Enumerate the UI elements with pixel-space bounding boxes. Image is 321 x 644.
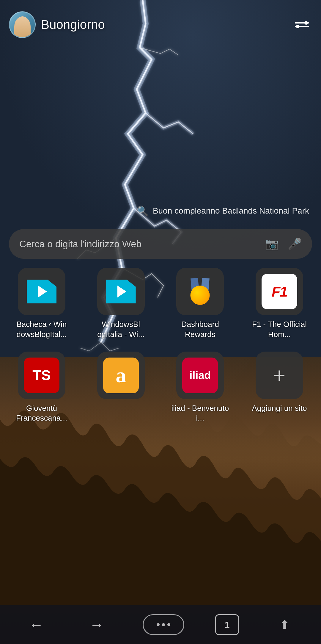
shortcut-icon-gioventu: TS xyxy=(18,352,65,399)
wb-play-1 xyxy=(38,286,47,297)
search-hint: 🔍 Buon compleanno Badlands National Park xyxy=(0,205,321,217)
tabs-count: 1 xyxy=(225,620,230,630)
forward-button[interactable]: → xyxy=(82,613,112,637)
greeting-text: Buongiorno xyxy=(41,18,105,32)
shortcuts-container: Bacheca ‹ Win dowsBlogItal... WindowsBl … xyxy=(9,268,312,435)
shortcut-label-bacheca: Bacheca ‹ Win dowsBlogItal... xyxy=(12,319,71,340)
shortcut-label-gioventu: Gioventù Francescana... xyxy=(12,403,71,424)
shortcut-iliad[interactable]: iliad iliad - Benvenuto i... xyxy=(167,352,233,424)
shortcut-icon-iliad: iliad xyxy=(176,352,224,399)
shortcut-add-site[interactable]: + Aggiungi un sito xyxy=(247,352,312,424)
back-icon: ← xyxy=(29,616,44,633)
iliad-text: iliad xyxy=(189,369,211,382)
menu-dot-1 xyxy=(157,623,160,626)
shortcut-f1-official[interactable]: F1 F1 - The Official Hom... xyxy=(247,268,312,340)
shortcut-icon-f1: F1 xyxy=(256,268,303,315)
settings-icon[interactable] xyxy=(295,22,309,27)
shortcut-windowsblogitalia[interactable]: WindowsBl ogItalia - Wi... xyxy=(88,268,154,340)
shortcut-label-iliad: iliad - Benvenuto i... xyxy=(170,403,230,424)
back-button[interactable]: ← xyxy=(21,613,51,637)
search-icons: 📷 🎤 xyxy=(265,237,302,250)
shortcuts-row-1: Bacheca ‹ Win dowsBlogItal... WindowsBl … xyxy=(9,268,312,340)
abby-a-text: a xyxy=(116,363,126,387)
shortcut-dashboard-rewards[interactable]: Dashboard Rewards xyxy=(167,268,233,340)
settings-line-2 xyxy=(295,26,309,27)
camera-icon[interactable]: 📷 xyxy=(265,237,279,250)
shortcuts-row-2: TS Gioventù Francescana... a iliad iliad… xyxy=(9,352,312,424)
shortcut-label-dashboard: Dashboard Rewards xyxy=(170,319,230,340)
wb-play-2 xyxy=(117,286,126,297)
f1-icon-inner: F1 xyxy=(262,274,297,309)
search-hint-icon: 🔍 xyxy=(137,205,149,217)
shortcut-label-f1: F1 - The Official Hom... xyxy=(250,319,309,340)
wb-icon-1 xyxy=(27,280,56,303)
avatar-figure xyxy=(14,16,31,37)
header: Buongiorno xyxy=(0,0,321,39)
menu-button[interactable] xyxy=(143,614,184,635)
add-icon-plus: + xyxy=(273,363,286,387)
header-left: Buongiorno xyxy=(9,11,105,38)
shortcut-icon-add: + xyxy=(256,352,303,399)
shortcut-abby[interactable]: a xyxy=(88,352,154,424)
microphone-icon[interactable]: 🎤 xyxy=(288,237,302,250)
menu-dot-2 xyxy=(162,623,165,626)
ts-text: TS xyxy=(32,367,51,383)
shortcut-icon-abby: a xyxy=(97,352,145,399)
menu-dot-3 xyxy=(167,623,170,626)
ts-icon-inner: TS xyxy=(24,358,59,393)
share-button[interactable]: ⬆ xyxy=(270,613,300,637)
settings-line-1 xyxy=(295,22,309,23)
wb-icon-2 xyxy=(106,280,136,303)
shortcut-icon-dashboard xyxy=(176,268,224,315)
bottom-nav: ← → 1 ⬆ xyxy=(0,605,321,644)
abby-icon-inner: a xyxy=(103,358,139,393)
search-hint-text: Buon compleanno Badlands National Park xyxy=(153,206,309,216)
forward-icon: → xyxy=(89,616,104,633)
f1-text: F1 xyxy=(272,283,287,300)
shortcut-bacheca-windowsblogital[interactable]: Bacheca ‹ Win dowsBlogItal... xyxy=(9,268,74,340)
shortcut-label-add: Aggiungi un sito xyxy=(252,403,307,413)
iliad-icon-inner: iliad xyxy=(182,358,218,393)
shortcut-icon-bacheca xyxy=(18,268,65,315)
tabs-button[interactable]: 1 xyxy=(215,614,239,635)
shortcut-label-windowsblog: WindowsBl ogItalia - Wi... xyxy=(91,319,151,340)
medal-icon xyxy=(187,278,213,305)
shortcut-icon-windowsblog xyxy=(97,268,145,315)
avatar[interactable] xyxy=(9,11,36,38)
search-bar[interactable]: Cerca o digita l'indirizzo Web 📷 🎤 xyxy=(9,229,312,259)
medal-circle xyxy=(191,286,210,305)
search-bar-container: Cerca o digita l'indirizzo Web 📷 🎤 xyxy=(9,229,312,259)
share-icon: ⬆ xyxy=(280,618,290,632)
search-placeholder: Cerca o digita l'indirizzo Web xyxy=(19,239,259,250)
shortcut-gioventu-francescana[interactable]: TS Gioventù Francescana... xyxy=(9,352,74,424)
